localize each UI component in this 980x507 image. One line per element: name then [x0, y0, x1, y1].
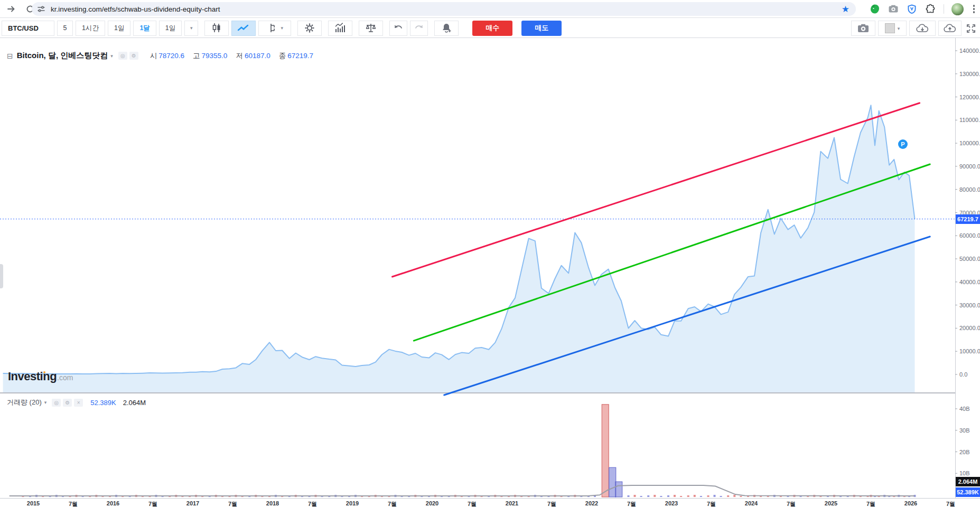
logo-orange-dot [43, 371, 46, 374]
volume-spike-bar [609, 467, 616, 497]
volume-bar [674, 495, 676, 497]
volume-bar [654, 495, 656, 497]
volume-badge: 52.389K [956, 487, 980, 497]
volume-bar [634, 495, 636, 497]
volume-bar [733, 495, 735, 497]
volume-settings-icon[interactable]: ⚙ [63, 399, 72, 407]
investing-chart-page: kr.investing.com/etfs/schwab-us-dividend… [0, 0, 980, 507]
price-chart-canvas[interactable] [0, 0, 980, 507]
volume-label[interactable]: 거래량 (20) [7, 398, 42, 407]
investing-logo-suffix: .com [57, 373, 73, 382]
volume-bar [680, 496, 682, 497]
investing-logo-text: Investing [8, 370, 57, 383]
volume-bar [700, 496, 702, 497]
series-settings-icon[interactable]: ⚙ [129, 52, 138, 60]
volume-bar [694, 495, 696, 497]
volume-bar [687, 495, 689, 497]
volume-bar [740, 496, 742, 497]
high-label: 고 [193, 51, 200, 61]
position-marker[interactable]: P [898, 139, 908, 149]
visibility-icon[interactable]: ◎ [118, 52, 127, 60]
volume-bar [660, 496, 662, 497]
low-value: 60187.0 [245, 52, 270, 60]
volume-spike-bar [602, 405, 609, 497]
high-value: 79355.0 [202, 52, 228, 60]
chevron-down-icon[interactable]: ▾ [110, 53, 113, 59]
area-fill [3, 105, 915, 392]
collapse-icon[interactable]: ⊟ [7, 52, 13, 60]
volume-bar [720, 496, 722, 497]
volume-bar [647, 495, 649, 497]
volume-bar [727, 495, 729, 497]
visibility-icon[interactable]: ◎ [52, 399, 61, 407]
volume-bar [707, 495, 710, 497]
current-price-badge: 67219.7 [956, 214, 980, 224]
volume-bar [714, 495, 716, 497]
chevron-down-icon[interactable]: ▾ [44, 400, 47, 405]
volume-bar [628, 495, 630, 497]
volume-ma-badge: 2.064M [956, 477, 980, 486]
ohlc-values: 시78720.6 고79355.0 저60187.0 종67219.7 [150, 51, 313, 61]
open-label: 시 [150, 51, 157, 61]
volume-ma-value: 2.064M [123, 399, 146, 407]
volume-legend: 거래량 (20) ▾ ◎ ⚙ × 52.389K 2.064M [7, 398, 146, 407]
symbol-legend: ⊟ Bitcoin, 달, 인베스팅닷컴 ▾ ◎ ⚙ 시78720.6 고793… [7, 51, 313, 61]
volume-value: 52.389K [90, 399, 116, 407]
symbol-title[interactable]: Bitcoin, 달, 인베스팅닷컴 [17, 51, 108, 61]
volume-ma-line [10, 485, 915, 496]
close-value: 67219.7 [287, 52, 313, 60]
volume-bar [640, 496, 642, 497]
open-value: 78720.6 [158, 52, 184, 60]
close-icon[interactable]: × [74, 399, 83, 407]
investing-logo: Investing .com [8, 370, 73, 383]
volume-bar [667, 495, 669, 497]
drawing-toolbar-handle[interactable] [0, 264, 3, 288]
volume-spike-bar [615, 482, 622, 497]
low-label: 저 [236, 51, 243, 61]
close-label: 종 [279, 51, 286, 61]
